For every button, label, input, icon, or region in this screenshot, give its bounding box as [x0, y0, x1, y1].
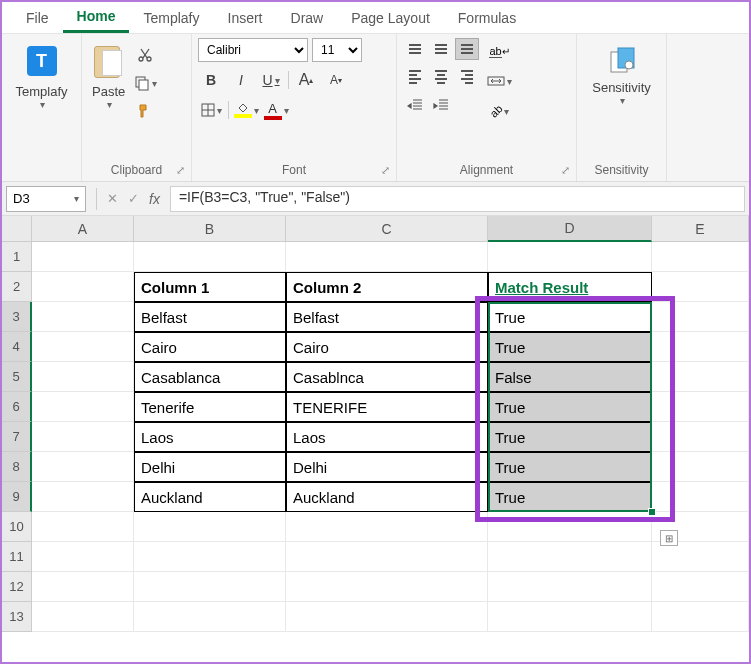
- cell[interactable]: Match Result: [488, 272, 652, 302]
- shrink-font-button[interactable]: A▾: [323, 68, 349, 92]
- tab-home[interactable]: Home: [63, 2, 130, 33]
- cell[interactable]: [488, 572, 652, 602]
- cell[interactable]: [286, 512, 488, 542]
- cell[interactable]: True: [488, 482, 652, 512]
- cell[interactable]: Delhi: [286, 452, 488, 482]
- row-header[interactable]: 8: [2, 452, 32, 482]
- cell[interactable]: [32, 422, 134, 452]
- cell[interactable]: [652, 452, 749, 482]
- cell[interactable]: Cairo: [134, 332, 286, 362]
- cell[interactable]: [652, 542, 749, 572]
- underline-button[interactable]: U▾: [258, 68, 284, 92]
- cell[interactable]: [32, 302, 134, 332]
- cell[interactable]: [652, 362, 749, 392]
- cell[interactable]: Casablnca: [286, 362, 488, 392]
- cell[interactable]: Delhi: [134, 452, 286, 482]
- bold-button[interactable]: B: [198, 68, 224, 92]
- cell[interactable]: True: [488, 452, 652, 482]
- row-header[interactable]: 6: [2, 392, 32, 422]
- cell[interactable]: [134, 512, 286, 542]
- cell[interactable]: Laos: [286, 422, 488, 452]
- row-header[interactable]: 4: [2, 332, 32, 362]
- cell[interactable]: [134, 572, 286, 602]
- align-left-button[interactable]: [403, 66, 427, 88]
- cell[interactable]: [652, 332, 749, 362]
- cell[interactable]: [32, 542, 134, 572]
- cell[interactable]: True: [488, 302, 652, 332]
- row-header[interactable]: 1: [2, 242, 32, 272]
- font-color-button[interactable]: A ▾: [263, 98, 289, 122]
- cell[interactable]: [134, 542, 286, 572]
- cell[interactable]: [32, 362, 134, 392]
- cell[interactable]: [32, 272, 134, 302]
- italic-button[interactable]: I: [228, 68, 254, 92]
- cell[interactable]: [32, 452, 134, 482]
- cell[interactable]: [134, 602, 286, 632]
- row-header[interactable]: 11: [2, 542, 32, 572]
- tab-page-layout[interactable]: Page Layout: [337, 4, 444, 32]
- cell[interactable]: [488, 542, 652, 572]
- grow-font-button[interactable]: A▴: [293, 68, 319, 92]
- cell[interactable]: [652, 602, 749, 632]
- cell[interactable]: [286, 572, 488, 602]
- cancel-formula-button[interactable]: ✕: [107, 191, 118, 206]
- name-box[interactable]: D3 ▾: [6, 186, 86, 212]
- templafy-button[interactable]: T Templafy ▾: [11, 38, 71, 118]
- cell[interactable]: True: [488, 422, 652, 452]
- cell[interactable]: [32, 572, 134, 602]
- align-right-button[interactable]: [455, 66, 479, 88]
- insert-function-button[interactable]: fx: [149, 191, 160, 207]
- formula-input[interactable]: =IF(B3=C3, "True", "False"): [170, 186, 745, 212]
- font-family-select[interactable]: Calibri: [198, 38, 308, 62]
- row-header[interactable]: 7: [2, 422, 32, 452]
- cell[interactable]: [32, 392, 134, 422]
- tab-draw[interactable]: Draw: [277, 4, 338, 32]
- cell[interactable]: [652, 482, 749, 512]
- sensitivity-button[interactable]: Sensitivity ▾: [588, 38, 655, 114]
- align-top-button[interactable]: [403, 38, 427, 60]
- cell[interactable]: Belfast: [286, 302, 488, 332]
- cell[interactable]: Laos: [134, 422, 286, 452]
- merge-center-button[interactable]: ▾: [487, 70, 512, 92]
- row-header[interactable]: 12: [2, 572, 32, 602]
- cell[interactable]: Column 1: [134, 272, 286, 302]
- autofill-options-button[interactable]: ⊞: [660, 530, 678, 546]
- row-header[interactable]: 3: [2, 302, 32, 332]
- cell[interactable]: [32, 242, 134, 272]
- borders-button[interactable]: ▾: [198, 98, 224, 122]
- cell[interactable]: True: [488, 392, 652, 422]
- align-center-button[interactable]: [429, 66, 453, 88]
- cell[interactable]: False: [488, 362, 652, 392]
- font-dialog-launcher[interactable]: ⤢: [381, 164, 390, 177]
- cell[interactable]: [32, 602, 134, 632]
- tab-insert[interactable]: Insert: [214, 4, 277, 32]
- column-header-e[interactable]: E: [652, 216, 749, 242]
- cell[interactable]: [32, 482, 134, 512]
- paste-button[interactable]: Paste ▾: [88, 38, 129, 122]
- cell[interactable]: TENERIFE: [286, 392, 488, 422]
- format-painter-button[interactable]: [133, 100, 157, 122]
- cell[interactable]: [652, 392, 749, 422]
- cell[interactable]: [652, 272, 749, 302]
- tab-templafy[interactable]: Templafy: [129, 4, 213, 32]
- font-size-select[interactable]: 11: [312, 38, 362, 62]
- enter-formula-button[interactable]: ✓: [128, 191, 139, 206]
- cell[interactable]: [488, 242, 652, 272]
- row-header[interactable]: 5: [2, 362, 32, 392]
- cut-button[interactable]: [133, 44, 157, 66]
- cell[interactable]: True: [488, 332, 652, 362]
- cell[interactable]: [286, 602, 488, 632]
- cell[interactable]: Auckland: [286, 482, 488, 512]
- column-header-d[interactable]: D: [488, 216, 652, 242]
- align-bottom-button[interactable]: [455, 38, 479, 60]
- cell[interactable]: Tenerife: [134, 392, 286, 422]
- decrease-indent-button[interactable]: [403, 94, 427, 116]
- cell[interactable]: Casablanca: [134, 362, 286, 392]
- tab-formulas[interactable]: Formulas: [444, 4, 530, 32]
- cell[interactable]: Cairo: [286, 332, 488, 362]
- column-header-c[interactable]: C: [286, 216, 488, 242]
- row-header[interactable]: 10: [2, 512, 32, 542]
- cell[interactable]: Auckland: [134, 482, 286, 512]
- row-header[interactable]: 13: [2, 602, 32, 632]
- row-header[interactable]: 2: [2, 272, 32, 302]
